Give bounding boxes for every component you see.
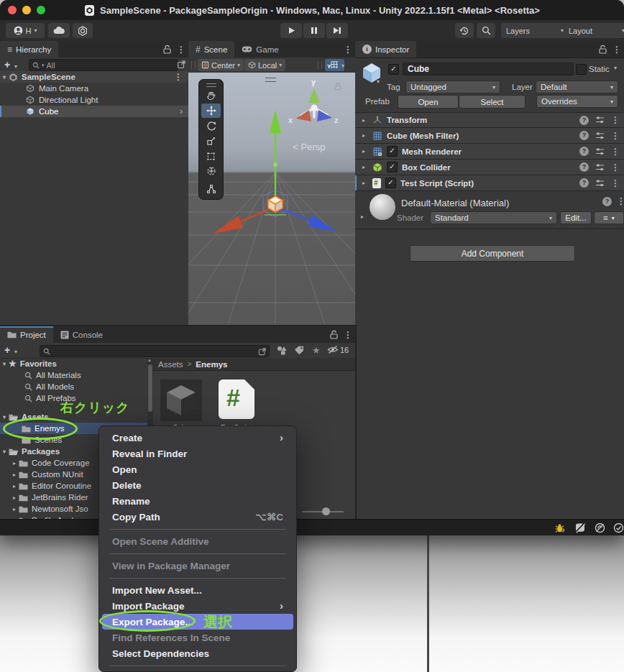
asset-cube-prefab[interactable] (160, 379, 202, 421)
hand-tool[interactable] (201, 88, 221, 103)
project-search-input[interactable] (40, 345, 270, 357)
material-preview-sphere[interactable] (370, 194, 395, 220)
preset-icon[interactable] (595, 132, 605, 140)
space-mode-dropdown[interactable]: Local ▾ (244, 59, 285, 71)
hidden-packages-toggle[interactable]: 16 (327, 345, 349, 354)
scale-tool[interactable] (201, 134, 221, 148)
play-button[interactable] (280, 23, 302, 38)
prefab-select-button[interactable]: Select (459, 95, 526, 109)
toolbar-drag-handle[interactable] (318, 61, 322, 69)
tab-hierarchy[interactable]: ≡ Hierarchy (0, 41, 58, 57)
static-flags-arrow[interactable]: ▾ (614, 65, 617, 71)
menu-item-copy-path[interactable]: Copy Path ⌥⌘C (99, 509, 296, 525)
lock-icon[interactable] (163, 45, 171, 54)
gizmo-y-label[interactable]: y (311, 78, 316, 86)
debugger-bug-icon[interactable] (555, 523, 565, 533)
tab-scene[interactable]: # Scene (188, 41, 234, 57)
material-list-dropdown[interactable]: ≡ ▾ (594, 211, 624, 224)
name-field[interactable]: Cube (403, 63, 574, 75)
component-menu-icon[interactable]: ⋮ (611, 178, 620, 188)
active-checkbox[interactable]: ✓ (388, 64, 399, 75)
material-menu-icon[interactable]: ⋮ (617, 196, 624, 206)
layers-dropdown[interactable]: Layers ▾ (501, 23, 569, 38)
palette-drag-handle[interactable] (206, 83, 216, 87)
create-asset-button[interactable]: + (4, 344, 10, 356)
gizmo-x-label[interactable]: x (288, 116, 293, 124)
cache-server-icon[interactable] (574, 523, 586, 533)
isolate-search-icon[interactable] (258, 347, 267, 356)
prefab-open-button[interactable]: Open (398, 95, 459, 109)
component-menu-icon[interactable]: ⋮ (611, 115, 620, 125)
search-button[interactable] (477, 23, 495, 38)
component-test-script[interactable]: ▸ # ✓ Test Script (Script) ? ⋮ (355, 175, 624, 191)
rect-tool[interactable] (201, 149, 221, 163)
prefab-overrides-dropdown[interactable]: Overrides ▾ (536, 95, 618, 108)
create-object-button[interactable]: + (4, 59, 10, 70)
project-menu-icon[interactable]: ⋮ (344, 330, 352, 340)
toolbar-drag-handle[interactable] (191, 61, 196, 69)
foldout-icon[interactable]: ▸ (359, 180, 368, 186)
foldout-icon[interactable]: ▸ (359, 132, 368, 139)
account-button[interactable]: H ▾ (6, 23, 45, 38)
component-menu-icon[interactable]: ⋮ (611, 131, 620, 141)
activity-check-icon[interactable] (613, 523, 624, 533)
cloud-button[interactable] (48, 23, 70, 38)
preset-icon[interactable] (595, 116, 605, 124)
component-mesh-filter[interactable]: ▸ Cube (Mesh Filter) ? ⋮ (355, 128, 624, 144)
help-icon[interactable]: ? (579, 147, 589, 156)
static-checkbox[interactable] (576, 64, 587, 75)
help-icon[interactable]: ? (579, 116, 589, 125)
breadcrumb-root[interactable]: Assets (158, 360, 183, 369)
menu-item-delete[interactable]: Delete (99, 477, 296, 493)
tag-dropdown[interactable]: Untagged ▾ (405, 80, 500, 93)
lock-icon[interactable] (599, 45, 607, 54)
scene-menu-icon[interactable]: ⋮ (344, 45, 352, 55)
add-component-button[interactable]: Add Component (410, 245, 575, 262)
icon-picker-arrow[interactable]: ▾ (377, 78, 380, 85)
prefab-open-chevron[interactable]: › (180, 106, 183, 116)
tree-all-models[interactable]: All Models (0, 381, 147, 392)
transform-tool[interactable] (201, 164, 221, 178)
preset-icon[interactable] (595, 179, 605, 188)
create-object-arrow[interactable]: ▾ (14, 63, 17, 70)
thumbnail-size-slider[interactable] (302, 511, 344, 512)
view-lock-icon[interactable] (334, 82, 341, 91)
help-icon[interactable]: ? (579, 131, 589, 140)
shader-dropdown[interactable]: Standard ▾ (430, 211, 557, 224)
overlay-handle[interactable] (265, 78, 276, 82)
layout-dropdown[interactable]: Layout ▾ (564, 23, 624, 38)
search-by-label-icon[interactable] (294, 346, 304, 355)
create-asset-arrow[interactable]: ▾ (14, 349, 17, 355)
help-icon[interactable]: ? (579, 178, 589, 188)
hierarchy-menu-icon[interactable]: ⋮ (177, 45, 185, 55)
custom-tool[interactable] (201, 182, 221, 196)
step-button[interactable] (326, 23, 348, 38)
material-foldout-icon[interactable]: ▸ (358, 213, 367, 220)
preset-icon[interactable] (595, 163, 605, 172)
component-mesh-renderer[interactable]: ▸ ✓ Mesh Renderer ? ⋮ (355, 144, 624, 160)
shader-edit-button[interactable]: Edit... (560, 211, 592, 224)
foldout-icon[interactable]: ▸ (359, 148, 368, 155)
menu-item-reveal-in-finder[interactable]: Reveal in Finder (99, 446, 296, 461)
move-tool[interactable] (201, 103, 221, 118)
help-icon[interactable]: ? (602, 197, 612, 206)
plastic-scm-button[interactable] (73, 23, 93, 38)
menu-item-rename[interactable]: Rename (99, 493, 296, 509)
rotate-tool[interactable] (201, 119, 221, 133)
tree-all-materials[interactable]: All Materials (0, 369, 147, 381)
hierarchy-item-main-camera[interactable]: Main Camera (0, 83, 188, 94)
scene-root-row[interactable]: ▾ SampleScene ⋮ (0, 71, 188, 83)
preset-icon[interactable] (595, 147, 605, 156)
tab-game[interactable]: Game (234, 41, 285, 57)
scrollbar-thumb[interactable] (148, 364, 152, 412)
component-menu-icon[interactable]: ⋮ (611, 162, 620, 172)
pause-button[interactable] (303, 23, 325, 38)
pivot-mode-dropdown[interactable]: Center ▾ (198, 59, 244, 71)
menu-item-create[interactable]: Create › (99, 430, 296, 446)
foldout-icon[interactable]: ▸ (359, 164, 368, 170)
menu-item-open[interactable]: Open (99, 461, 296, 477)
collab-disabled-icon[interactable] (595, 523, 605, 533)
slider-thumb[interactable] (322, 507, 330, 515)
tab-console[interactable]: Console (53, 326, 110, 343)
hierarchy-item-cube-selected[interactable]: Cube › (0, 106, 188, 117)
